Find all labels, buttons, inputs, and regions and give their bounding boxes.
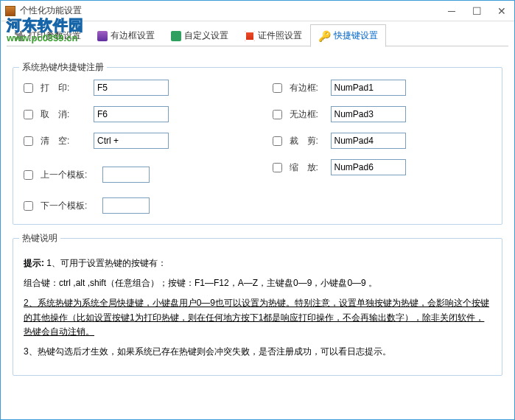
help-p3: 2、系统热键为系统全局快捷键，小键盘用户0—9也可以设置为热键。特别注意，设置单… xyxy=(24,296,491,339)
tab-label: 有边框设置 xyxy=(111,29,155,42)
help-legend: 热键说明 xyxy=(19,232,60,245)
chk-prev-template[interactable] xyxy=(24,170,33,180)
help-p1-label: 提示: xyxy=(24,258,44,268)
tab-bordered[interactable]: 有边框设置 xyxy=(89,24,163,46)
hotkey-fieldset: 系统热键/快捷键注册 打 印: 取 消: 清 空: xyxy=(13,67,502,225)
input-zoom[interactable] xyxy=(331,159,406,175)
lbl-next-template: 下一个模板: xyxy=(41,200,97,212)
tab-id-photo[interactable]: 证件照设置 xyxy=(237,24,310,46)
photo-icon xyxy=(245,31,255,41)
hotkey-legend: 系统热键/快捷键注册 xyxy=(19,61,107,74)
chk-crop[interactable] xyxy=(273,136,282,146)
lbl-print: 打 印: xyxy=(41,82,88,94)
help-p2: 组合键：ctrl ,alt ,shift（任意组合）；按键：F1—F12，A—Z… xyxy=(24,276,491,290)
tab-label: 快捷键设置 xyxy=(334,29,378,42)
tab-bar: 打印参数设置 有边框设置 自定义设置 证件照设置 🔑 快捷键设置 xyxy=(1,21,514,46)
chk-cancel[interactable] xyxy=(24,110,33,119)
input-prev-template[interactable] xyxy=(102,167,150,183)
minimize-button[interactable]: ─ xyxy=(439,2,464,20)
gear-icon xyxy=(15,31,25,41)
input-cancel[interactable] xyxy=(94,106,169,122)
tab-label: 自定义设置 xyxy=(184,29,228,42)
chk-next-template[interactable] xyxy=(24,201,33,211)
lbl-cancel: 取 消: xyxy=(41,108,88,121)
input-print[interactable] xyxy=(94,80,169,96)
titlebar: 个性化功能设置 ─ ☐ ✕ xyxy=(1,1,514,21)
close-button[interactable]: ✕ xyxy=(489,2,514,20)
input-bordered[interactable] xyxy=(331,80,406,96)
window-title: 个性化功能设置 xyxy=(20,4,439,17)
input-clear[interactable] xyxy=(94,133,169,149)
chk-bordered[interactable] xyxy=(273,83,282,93)
chk-zoom[interactable] xyxy=(273,163,282,172)
lbl-clear: 清 空: xyxy=(41,135,88,147)
book-icon xyxy=(171,31,181,41)
lbl-borderless: 无边框: xyxy=(290,108,325,121)
input-next-template[interactable] xyxy=(102,197,150,214)
frame-icon xyxy=(97,31,108,41)
chk-clear[interactable] xyxy=(24,136,33,146)
tab-label: 打印参数设置 xyxy=(28,29,81,42)
help-p1: 1、可用于设置热键的按键有： xyxy=(46,258,167,268)
tab-label: 证件照设置 xyxy=(258,29,302,42)
chk-print[interactable] xyxy=(24,83,33,93)
lbl-zoom: 缩 放: xyxy=(290,161,325,174)
tab-print-params[interactable]: 打印参数设置 xyxy=(7,24,89,46)
tab-hotkeys[interactable]: 🔑 快捷键设置 xyxy=(310,24,386,47)
maximize-button[interactable]: ☐ xyxy=(464,2,489,20)
help-p4: 3、热键勾选后才生效，如果系统已存在热键则会冲突失败，是否注册成功，可以看日志提… xyxy=(24,345,491,359)
app-icon xyxy=(5,6,15,16)
input-borderless[interactable] xyxy=(331,106,406,122)
main-content: 系统热键/快捷键注册 打 印: 取 消: 清 空: xyxy=(1,46,514,383)
lbl-bordered: 有边框: xyxy=(290,82,325,94)
window-controls: ─ ☐ ✕ xyxy=(439,2,514,20)
key-icon: 🔑 xyxy=(318,31,331,41)
input-crop[interactable] xyxy=(331,133,406,149)
chk-borderless[interactable] xyxy=(273,110,282,119)
lbl-prev-template: 上一个模板: xyxy=(41,169,97,181)
help-fieldset: 热键说明 提示: 1、可用于设置热键的按键有： 组合键：ctrl ,alt ,s… xyxy=(13,238,502,376)
lbl-crop: 裁 剪: xyxy=(290,135,325,147)
tab-custom[interactable]: 自定义设置 xyxy=(163,24,237,46)
